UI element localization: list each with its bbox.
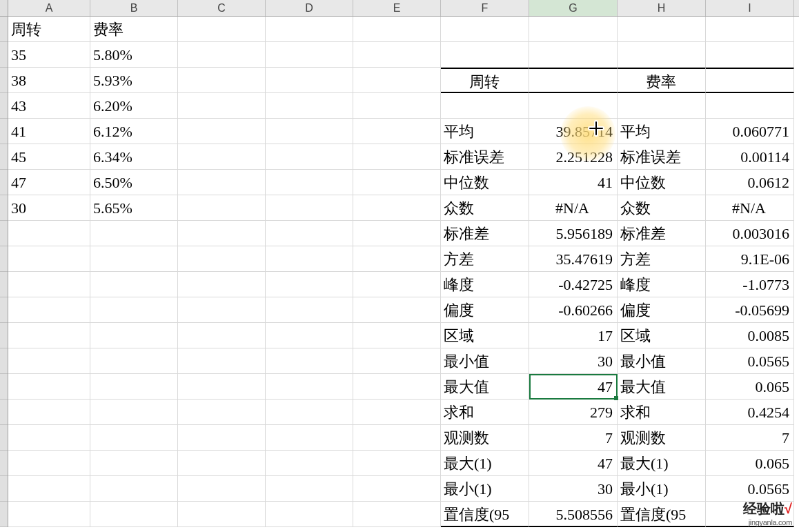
cell-A2[interactable]: 35 (8, 42, 90, 68)
cell-F7[interactable]: 中位数 (441, 170, 529, 195)
cell-F15[interactable]: 最大值 (441, 374, 529, 400)
cell-F10[interactable]: 方差 (441, 246, 529, 272)
cell-G4[interactable] (529, 93, 618, 119)
cell[interactable] (353, 323, 441, 348)
cell[interactable] (353, 476, 441, 502)
cell-C3[interactable] (178, 68, 266, 93)
cell[interactable] (8, 297, 90, 323)
cell-A4[interactable]: 43 (8, 93, 90, 119)
cell-H19[interactable]: 最小(1) (618, 476, 706, 502)
cell-E1[interactable] (353, 17, 441, 42)
cell-A8[interactable]: 30 (8, 195, 90, 221)
cell-F5[interactable]: 平均 (441, 119, 529, 144)
cell-D3[interactable] (266, 68, 353, 93)
cell-B2[interactable]: 5.80% (90, 42, 178, 68)
cell[interactable] (353, 297, 441, 323)
cell-F12[interactable]: 偏度 (441, 297, 529, 323)
cell-B6[interactable]: 6.34% (90, 144, 178, 170)
cell-G20[interactable]: 5.508556 (529, 502, 618, 527)
row-header[interactable] (0, 42, 8, 68)
cell[interactable] (266, 297, 353, 323)
cell-G16[interactable]: 279 (529, 400, 618, 425)
cell-I14[interactable]: 0.0565 (706, 348, 794, 374)
cell-C4[interactable] (178, 93, 266, 119)
cell[interactable] (266, 195, 353, 221)
cell-G9[interactable]: 5.956189 (529, 221, 618, 246)
cell-A5[interactable]: 41 (8, 119, 90, 144)
row-header[interactable] (0, 348, 8, 374)
cell-F3-stats-header[interactable]: 周转 (441, 68, 529, 93)
cell[interactable] (8, 348, 90, 374)
cell-G8[interactable]: #N/A (529, 195, 618, 221)
cell[interactable] (353, 374, 441, 400)
cell-G18[interactable]: 47 (529, 451, 618, 476)
cell[interactable] (266, 348, 353, 374)
cell-H8[interactable]: 众数 (618, 195, 706, 221)
cell-H7[interactable]: 中位数 (618, 170, 706, 195)
cell-F8[interactable]: 众数 (441, 195, 529, 221)
cell[interactable] (266, 476, 353, 502)
cell-H14[interactable]: 最小值 (618, 348, 706, 374)
cell[interactable] (90, 272, 178, 297)
cell-I5[interactable]: 0.060771 (706, 119, 794, 144)
cell[interactable] (8, 425, 90, 451)
cell[interactable] (90, 348, 178, 374)
cell-I12[interactable]: -0.05699 (706, 297, 794, 323)
cell-B4[interactable]: 6.20% (90, 93, 178, 119)
cell[interactable] (266, 451, 353, 476)
cell[interactable] (90, 425, 178, 451)
cell[interactable] (266, 272, 353, 297)
cell[interactable] (178, 297, 266, 323)
cell-G13[interactable]: 17 (529, 323, 618, 348)
row-header[interactable] (0, 425, 8, 451)
cell-H5[interactable]: 平均 (618, 119, 706, 144)
row-header[interactable] (0, 272, 8, 297)
cell-I13[interactable]: 0.0085 (706, 323, 794, 348)
cell[interactable] (178, 374, 266, 400)
cell-I9[interactable]: 0.003016 (706, 221, 794, 246)
cell-H10[interactable]: 方差 (618, 246, 706, 272)
cell-F16[interactable]: 求和 (441, 400, 529, 425)
cell[interactable] (353, 246, 441, 272)
row-header[interactable] (0, 323, 8, 348)
cell[interactable] (353, 221, 441, 246)
cell[interactable] (178, 323, 266, 348)
cell-A3[interactable]: 38 (8, 68, 90, 93)
row-header[interactable] (0, 170, 8, 195)
cell[interactable] (90, 451, 178, 476)
cell[interactable] (8, 476, 90, 502)
cell-I17[interactable]: 7 (706, 425, 794, 451)
cell-G11[interactable]: -0.42725 (529, 272, 618, 297)
spreadsheet[interactable]: A B C D E F G H I (0, 0, 799, 532)
cell[interactable] (266, 425, 353, 451)
col-header-A[interactable]: A (8, 0, 90, 16)
row-header[interactable] (0, 246, 8, 272)
cell[interactable] (353, 502, 441, 527)
cell-H17[interactable]: 观测数 (618, 425, 706, 451)
cell[interactable] (266, 221, 353, 246)
cell-G10[interactable]: 35.47619 (529, 246, 618, 272)
cell-F14[interactable]: 最小值 (441, 348, 529, 374)
row-header[interactable] (0, 476, 8, 502)
cell-B1[interactable]: 费率 (90, 17, 178, 42)
cell-F18[interactable]: 最大(1) (441, 451, 529, 476)
cell[interactable] (90, 297, 178, 323)
cell[interactable] (178, 119, 266, 144)
row-header[interactable] (0, 68, 8, 93)
cell-G1[interactable] (529, 17, 618, 42)
row-header[interactable] (0, 17, 8, 42)
row-header[interactable] (0, 374, 8, 400)
cell[interactable] (178, 195, 266, 221)
cell-C1[interactable] (178, 17, 266, 42)
cell-I1[interactable] (706, 17, 794, 42)
cell[interactable] (90, 221, 178, 246)
cell-G2[interactable] (529, 42, 618, 68)
cell[interactable] (178, 476, 266, 502)
cell-A6[interactable]: 45 (8, 144, 90, 170)
cell-C2[interactable] (178, 42, 266, 68)
cell[interactable] (353, 272, 441, 297)
cell-I18[interactable]: 0.065 (706, 451, 794, 476)
cell[interactable] (90, 476, 178, 502)
cell[interactable] (353, 425, 441, 451)
cell-H16[interactable]: 求和 (618, 400, 706, 425)
